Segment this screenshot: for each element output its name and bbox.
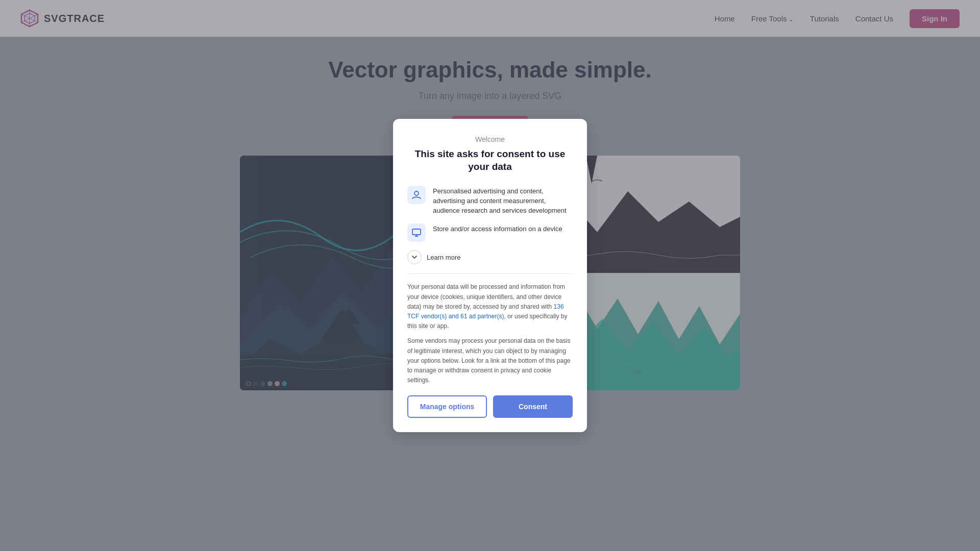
learn-more-chevron[interactable]: [407, 250, 422, 264]
modal-body-text-1: Your personal data will be processed and…: [407, 282, 573, 331]
modal-welcome-label: Welcome: [407, 135, 573, 143]
modal-overlay: Welcome This site asks for consent to us…: [0, 0, 980, 551]
learn-more-row: Learn more: [407, 250, 573, 264]
consent-modal: Welcome This site asks for consent to us…: [393, 119, 587, 433]
svg-point-32: [414, 191, 419, 195]
modal-title: This site asks for consent to use your d…: [407, 147, 573, 173]
chevron-down-icon: [411, 254, 418, 260]
modal-actions: Manage options Consent: [407, 395, 573, 418]
learn-more-label[interactable]: Learn more: [427, 254, 460, 261]
consent-item-1: Personalised advertising and content, ad…: [407, 186, 573, 216]
modal-body-text-2: Some vendors may process your personal d…: [407, 336, 573, 385]
consent-text-2: Store and/or access information on a dev…: [433, 223, 562, 234]
svg-rect-33: [412, 229, 421, 235]
manage-options-button[interactable]: Manage options: [407, 395, 487, 418]
consent-text-1: Personalised advertising and content, ad…: [433, 186, 573, 216]
person-icon: [407, 186, 426, 204]
consent-item-2: Store and/or access information on a dev…: [407, 223, 573, 242]
modal-divider: [407, 273, 573, 274]
consent-button[interactable]: Consent: [493, 395, 573, 418]
monitor-icon: [407, 223, 426, 242]
